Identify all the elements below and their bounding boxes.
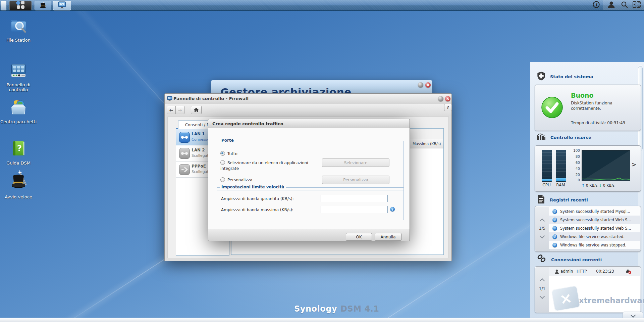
select-apps-button[interactable]: Selezionare (322, 158, 389, 167)
upload-value: 0 KB/s (586, 183, 598, 188)
expand-chevron[interactable]: > (632, 161, 636, 168)
radio-all-circle[interactable] (220, 151, 225, 156)
log-text: Windows file service was started. (560, 234, 625, 239)
log-row[interactable]: iSystem successfully started Web S... (549, 216, 640, 224)
speed-limit-legend: Impostazioni limite velocità (220, 185, 286, 189)
control-panel-icon (9, 75, 28, 81)
window-monitor-icon (167, 96, 172, 103)
system-status-header: Stato del sistema (537, 72, 593, 82)
home-button[interactable] (191, 106, 202, 114)
connections-page-indicator: 1/1 (535, 286, 549, 291)
radio-builtin-circle[interactable] (220, 160, 225, 165)
minimize-button[interactable] (438, 96, 443, 101)
desktop-icon-quick-start[interactable]: Avvio veloce (0, 170, 37, 199)
page-down-icon[interactable] (540, 294, 545, 299)
log-row[interactable]: iWindows file service was stopped. (549, 241, 640, 249)
log-info-icon: i (552, 218, 557, 222)
ram-label: RAM (556, 183, 566, 187)
home-icon (194, 108, 199, 112)
status-ok-icon (541, 96, 563, 120)
max-bandwidth-input[interactable] (321, 206, 388, 213)
radio-builtin[interactable]: Selezionare da un elenco di applicazioni… (220, 160, 319, 172)
widget-sidebar: Stato del sistema Buono DiskStation funz… (530, 62, 644, 322)
page-down-icon[interactable] (540, 233, 545, 239)
y-tick: 100 (573, 148, 580, 152)
user-menu-button[interactable] (606, 0, 616, 10)
radio-custom-label: Personalizza (227, 178, 252, 182)
bottom-strip (0, 318, 644, 322)
resource-monitor-title: Controllo risorse (550, 135, 591, 140)
disconnect-icon[interactable] (625, 269, 631, 275)
connections-pager: 1/1 (535, 267, 549, 312)
log-info-icon: i (552, 209, 557, 214)
watermark-logo: × (551, 285, 581, 312)
max-bandwidth-label: Ampiezza di banda massima (KB/s): (221, 208, 293, 212)
pppoe-icon (179, 164, 190, 175)
connection-row[interactable]: admin HTTP 00:23:23 (549, 267, 640, 276)
forward-button[interactable]: → (175, 106, 184, 114)
log-row[interactable]: iSystem successfully started Mysql... (549, 207, 640, 216)
dialog-footer: OK Annulla (208, 229, 410, 241)
back-button[interactable]: ← (167, 106, 176, 114)
main-menu-button[interactable] (9, 1, 32, 10)
firewall-titlebar[interactable]: Pannello di controllo - Firewall × (165, 94, 451, 104)
ports-legend: Porte (220, 138, 235, 143)
recent-logs-title: Registri recenti (550, 197, 588, 202)
desktop-icon-label: Pannello di controllo (0, 82, 37, 92)
ok-button[interactable]: OK (346, 233, 372, 241)
radio-custom-circle[interactable] (220, 177, 225, 182)
sidebar-collapse-tab[interactable] (623, 312, 643, 318)
desktop-icon-control-panel[interactable]: Pannello di controllo (0, 61, 37, 92)
network-throughput: ↑ 0 KB/s ↓ 0 KB/s (582, 183, 614, 188)
y-tick: 40 (573, 167, 580, 171)
connection-time: 00:23:23 (596, 269, 614, 274)
log-text: System successfully started Web S... (560, 218, 631, 222)
guaranteed-bandwidth-input[interactable] (321, 195, 388, 202)
close-icon[interactable]: × (425, 82, 431, 88)
network-link-icon (179, 148, 190, 159)
taskbar: i (0, 0, 644, 11)
radio-all[interactable]: Tutto (220, 151, 237, 157)
firewall-toolbar: ← → (165, 104, 451, 116)
page-up-icon[interactable] (540, 219, 545, 224)
connections-icon (537, 254, 546, 265)
file-station-icon (9, 30, 28, 36)
page-up-icon[interactable] (540, 278, 545, 284)
download-value: 0 KB/s (603, 183, 615, 188)
log-row[interactable]: iWindows file service was started. (549, 232, 640, 241)
desktop-icon-file-station[interactable]: File Station (0, 17, 37, 43)
column-header-massima[interactable]: Massima (KB/s) (410, 139, 441, 148)
recent-logs-icon (537, 195, 545, 205)
widgets-toggle-button[interactable] (631, 0, 642, 10)
traffic-rule-dialog: Crea regole controllo traffico Porte Tut… (208, 119, 410, 241)
show-desktop-button[interactable] (1, 1, 6, 10)
network-chart (582, 150, 630, 182)
connection-user: admin (560, 269, 573, 274)
desktop-icon-label: Centro pacchetti (0, 119, 37, 124)
main-menu-icon (16, 1, 25, 10)
quick-launch-button[interactable] (35, 1, 51, 10)
minimize-button[interactable] (418, 82, 423, 88)
log-info-icon: i (552, 243, 557, 247)
customize-button[interactable]: Personalizza (322, 176, 389, 184)
open-window-button[interactable] (53, 1, 71, 10)
ram-gauge-fill (556, 178, 566, 181)
ram-gauge (556, 150, 566, 182)
chevron-down-icon (631, 313, 636, 318)
desktop-icon-dsm-help[interactable]: ? Guida DSM (0, 140, 37, 166)
desktop-icon-package-center[interactable]: Centro pacchetti (0, 98, 37, 124)
storage-manager-window[interactable]: Gestore archiviazione × (211, 80, 432, 94)
dsm-help-icon: ? (9, 153, 28, 159)
search-button[interactable] (619, 0, 629, 10)
info-icon: i (593, 1, 600, 9)
info-button[interactable]: i (591, 0, 601, 10)
info-icon[interactable]: i (390, 207, 395, 212)
close-icon[interactable]: × (445, 96, 450, 101)
log-text: System successfully started Web S... (560, 226, 631, 231)
logs-pager: 1/5 (535, 206, 549, 251)
cancel-button[interactable]: Annulla (375, 233, 401, 241)
radio-custom[interactable]: Personalizza (220, 177, 252, 183)
help-button[interactable]: ? (444, 104, 452, 111)
log-row[interactable]: iSystem successfully started Web S... (549, 224, 640, 232)
download-arrow-icon: ↓ (599, 183, 602, 188)
